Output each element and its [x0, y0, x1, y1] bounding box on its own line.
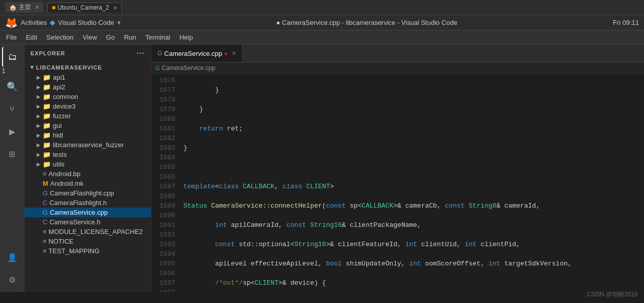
main-layout: 🗂 1 🔍 ⑂ ▶ ⊞ 👤 ⚙ EXPLORER ··· ▾ LIBCAMERA… [0, 45, 644, 292]
breadcrumb-icon: G [155, 65, 160, 71]
editor-area: G CameraService.cpp ● ✕ G CameraService.… [151, 45, 644, 292]
browser-tab-close[interactable]: ✕ [113, 5, 117, 11]
code-line-1685: apiLevel effectiveApiLevel, bool shimUpd… [183, 259, 644, 268]
clock: Fri 09:11 [613, 19, 639, 26]
folder-arrow-device3: ▶ [37, 104, 41, 109]
home-tab[interactable]: 🏠 主页 ✕ [5, 2, 43, 13]
menu-selection[interactable]: Selection [42, 32, 77, 43]
tree-item-module-license[interactable]: ≡ MODULE_LICENSE_APACHE2 [24, 227, 151, 237]
folder-arrow-hidl: ▶ [37, 132, 41, 138]
debug-icon[interactable]: ▶ [2, 121, 22, 142]
browser-tab[interactable]: ■ Ubuntu_Camera_2 ✕ [47, 3, 122, 12]
folder-icon-hidl: 📁 [43, 131, 51, 139]
settings-icon[interactable]: ⚙ [2, 270, 22, 290]
folder-arrow-api1: ▶ [37, 75, 41, 80]
title-bar-center: ● CameraService.cpp - libcameraservice -… [276, 19, 458, 26]
folder-icon-libcameraservice-fuzzer: 📁 [43, 141, 51, 149]
editor-tabs: G CameraService.cpp ● ✕ [151, 45, 644, 62]
tree-item-hidl[interactable]: ▶ 📁 hidl [24, 130, 151, 140]
tree-item-api2[interactable]: ▶ 📁 api2 [24, 82, 151, 92]
tree-item-gui[interactable]: ▶ 📁 gui [24, 121, 151, 130]
folder-icon-utils: 📁 [43, 160, 51, 168]
menu-file[interactable]: File [2, 32, 21, 43]
tree-item-cameraservice-h[interactable]: C CameraService.h [24, 217, 151, 227]
activity-bar: 🗂 1 🔍 ⑂ ▶ ⊞ 👤 ⚙ [0, 45, 24, 292]
menu-run[interactable]: Run [120, 32, 140, 43]
tree-item-notice[interactable]: ≡ NOTICE [24, 237, 151, 246]
file-icon-module-license: ≡ [43, 228, 47, 235]
folder-arrow-gui: ▶ [37, 123, 41, 128]
code-line-1686: /*out*/sp<CLIENT>& device) { [183, 278, 644, 288]
extensions-icon[interactable]: ⊞ [2, 144, 22, 164]
file-icon-cameraflashlight-cpp: G [43, 189, 48, 197]
tree-item-api1[interactable]: ▶ 📁 api1 [24, 73, 151, 82]
code-content[interactable]: } } return ret; } template<class CALLBAC… [179, 74, 644, 292]
files-icon-wrap[interactable]: 🗂 1 [2, 47, 22, 75]
project-name: LIBCAMERASERVICE [36, 64, 102, 71]
tree-item-cameraservice-cpp[interactable]: G CameraService.cpp [24, 208, 151, 217]
code-editor[interactable]: 1676 1677 1678 1679 1680 1681 1682 1683 … [151, 74, 644, 292]
title-bar: 🦊 Activities ◆ Visual Studio Code ▾ ● Ca… [0, 15, 644, 30]
tree-item-fuzzer[interactable]: ▶ 📁 fuzzer [24, 111, 151, 121]
account-icon[interactable]: 👤 [2, 247, 22, 267]
menu-help[interactable]: Help [175, 32, 197, 43]
tree-item-androidmk[interactable]: M Android.mk [24, 179, 151, 188]
menu-go[interactable]: Go [102, 32, 119, 43]
sidebar-menu-button[interactable]: ··· [137, 49, 145, 58]
tree-item-tests[interactable]: ▶ 📁 tests [24, 150, 151, 159]
tree-item-cameraflashlight-h[interactable]: C CameraFlashlight.h [24, 198, 151, 208]
browser-tab-icon: ■ [52, 4, 55, 11]
menu-view[interactable]: View [79, 32, 101, 43]
menu-edit[interactable]: Edit [22, 32, 41, 43]
folder-arrow-libcameraservice-fuzzer: ▶ [37, 142, 41, 148]
file-icon-test-mapping: ≡ [43, 247, 47, 255]
tree-item-test-mapping[interactable]: ≡ TEST_MAPPING [24, 246, 151, 256]
search-icon[interactable]: 🔍 [2, 77, 22, 97]
tab-cameraservice-cpp[interactable]: G CameraService.cpp ● ✕ [151, 45, 243, 62]
project-name-label[interactable]: ▾ LIBCAMERASERVICE [24, 62, 151, 73]
home-icon: 🏠 [9, 4, 17, 11]
code-line-1682: Status CameraService::connectHelper(cons… [183, 201, 644, 211]
tree-item-device3[interactable]: ▶ 📁 device3 [24, 102, 151, 111]
folder-arrow-fuzzer: ▶ [37, 113, 41, 119]
tab-modified-dot: ● [224, 51, 228, 56]
app-name: Visual Studio Code [58, 19, 114, 26]
tree-item-androidbp[interactable]: ≡ Android.bp [24, 169, 151, 179]
line-numbers: 1676 1677 1678 1679 1680 1681 1682 1683 … [151, 74, 179, 292]
folder-icon-fuzzer: 📁 [43, 112, 51, 120]
home-tab-label: 主页 [19, 3, 31, 12]
system-bar: 🏠 主页 ✕ ■ Ubuntu_Camera_2 ✕ [0, 0, 644, 15]
dropdown-icon[interactable]: ▾ [117, 19, 121, 26]
activities-button[interactable]: Activities [21, 19, 47, 26]
folder-arrow-tests: ▶ [37, 152, 41, 157]
folder-icon-api2: 📁 [43, 83, 51, 91]
tree-item-cameraflashlight-cpp[interactable]: G CameraFlashlight.cpp [24, 188, 151, 198]
sidebar: EXPLORER ··· ▾ LIBCAMERASERVICE ▶ 📁 api1… [24, 45, 151, 292]
code-line-1676: } [183, 85, 644, 95]
menu-terminal[interactable]: Terminal [141, 32, 174, 43]
window-title: ● CameraService.cpp - libcameraservice -… [276, 19, 458, 26]
tree-item-common[interactable]: ▶ 📁 common [24, 92, 151, 102]
tab-filename: CameraService.cpp [164, 50, 222, 57]
watermark: CSDN @胡刚2016 [587, 290, 638, 299]
file-icon-androidmk: M [43, 180, 48, 187]
menu-bar: File Edit Selection View Go Run Terminal… [0, 30, 644, 45]
breadcrumb-filename: CameraService.cpp [162, 64, 215, 72]
home-tab-close[interactable]: ✕ [35, 5, 39, 10]
tab-close-button[interactable]: ✕ [232, 50, 236, 57]
file-tree: ▶ 📁 api1 ▶ 📁 api2 ▶ 📁 common ▶ 📁 device3… [24, 73, 151, 292]
file-icon-cameraflashlight-h: C [43, 199, 47, 207]
code-line-1680 [183, 162, 644, 172]
title-bar-left: 🦊 Activities ◆ Visual Studio Code ▾ [5, 17, 121, 29]
folder-icon-api1: 📁 [43, 74, 51, 81]
breadcrumb-bar: G CameraService.cpp [151, 62, 644, 74]
tree-item-libcameraservice-fuzzer[interactable]: ▶ 📁 libcameraservice_fuzzer [24, 140, 151, 150]
files-icon[interactable]: 🗂 [2, 47, 22, 67]
explorer-label: EXPLORER [30, 50, 66, 56]
git-icon[interactable]: ⑂ [2, 99, 22, 119]
tree-item-utils[interactable]: ▶ 📁 utils [24, 159, 151, 169]
firefox-icon: 🦊 [5, 17, 18, 29]
code-line-1681: template<class CALLBACK, class CLIENT> [183, 182, 644, 191]
folder-icon-gui: 📁 [43, 122, 51, 129]
files-badge: 1 [2, 67, 22, 75]
